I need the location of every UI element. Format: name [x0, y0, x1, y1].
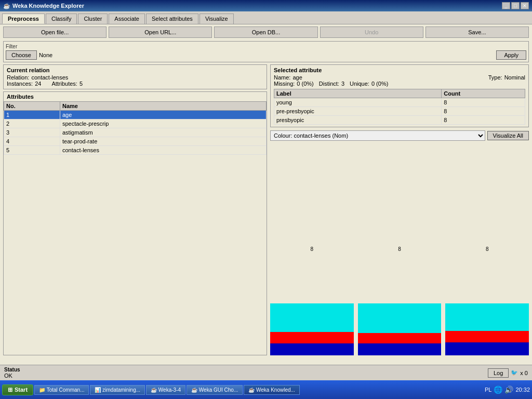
status-right: Log 🐦 x 0: [488, 368, 528, 378]
relation-row: Relation: contact-lenses: [7, 74, 263, 81]
data-col-count: Count: [442, 89, 525, 98]
data-label: young: [274, 98, 442, 107]
data-count: 8: [442, 98, 525, 107]
relation-label: Relation:: [7, 74, 29, 81]
attr-distinct-value: 3: [341, 81, 344, 87]
taskbar-icon-4: ☕: [248, 387, 255, 393]
attr-distinct-label: Distinct:: [319, 81, 339, 87]
open-url-button[interactable]: Open URL...: [109, 26, 212, 38]
data-label: pre-presbyopic: [274, 107, 442, 116]
colour-select[interactable]: Colour: contact-lenses (Nom): [270, 130, 485, 141]
bar-segment: [270, 332, 354, 343]
tab-select-attributes[interactable]: Select attributes: [146, 14, 198, 24]
table-row[interactable]: 5contact-lenses: [4, 146, 267, 155]
chart-count-label: 8: [311, 246, 314, 252]
instances-item: Instances: 24: [7, 81, 41, 87]
minimize-button[interactable]: _: [502, 2, 510, 9]
filter-label: Filter: [6, 44, 526, 49]
attr-missing-item: Missing: 0 (0%): [274, 81, 314, 87]
chart-container: 8: [358, 246, 442, 355]
volume-icon: 🔊: [504, 385, 513, 394]
tab-associate[interactable]: Associate: [109, 14, 145, 24]
taskbar-item-0[interactable]: 📁 Total Comman...: [34, 385, 89, 395]
tab-preprocess[interactable]: Preprocess: [2, 14, 45, 24]
table-row[interactable]: 1age: [4, 111, 267, 119]
chart-container: 8: [270, 246, 354, 355]
taskbar-item-1[interactable]: 📊 zimdatamining...: [90, 385, 145, 395]
attr-unique-label: Unique:: [350, 81, 369, 87]
bar-segment: [270, 343, 354, 355]
bar-segment: [358, 343, 442, 355]
attributes-label: Attributes:: [51, 81, 77, 87]
chart-count-label: 8: [486, 246, 489, 252]
taskbar-item-4[interactable]: ☕ Weka Knowled...: [244, 385, 300, 395]
filter-row: Choose None Apply: [6, 50, 526, 60]
attr-info-row-2: Missing: 0 (0%) Distinct: 3 Unique: 0 (0…: [274, 81, 525, 87]
attr-distinct-item: Distinct: 3: [319, 81, 344, 87]
filter-bar: Filter Choose None Apply: [3, 41, 529, 62]
x0-label: x 0: [520, 370, 528, 376]
data-col-label: Label: [274, 89, 442, 98]
chart-bar-wrap: [358, 253, 442, 355]
tab-classify[interactable]: Classify: [46, 14, 77, 24]
tab-visualize[interactable]: Visualize: [200, 14, 234, 24]
bar-segment: [358, 333, 442, 343]
left-panel: Current relation Relation: contact-lense…: [3, 64, 267, 355]
toolbar: Open file... Open URL... Open DB... Undo…: [0, 24, 532, 40]
open-db-button[interactable]: Open DB...: [214, 26, 317, 38]
taskbar-icon-0: 📁: [39, 387, 45, 393]
filter-value: None: [39, 52, 52, 58]
weka-icon: 🐦: [511, 369, 518, 376]
save-button[interactable]: Save...: [425, 26, 529, 38]
attr-no: 5: [4, 146, 60, 155]
attr-data-table: Label Count young8pre-presbyopic8presbyo…: [274, 89, 525, 125]
table-row[interactable]: 4tear-prod-rate: [4, 137, 267, 146]
relation-value: contact-lenses: [31, 74, 68, 81]
attr-unique-item: Unique: 0 (0%): [350, 81, 388, 87]
table-row[interactable]: 2spectacle-prescrip: [4, 119, 267, 128]
col-name: Name: [60, 102, 267, 111]
open-file-button[interactable]: Open file...: [3, 26, 107, 38]
attributes-item: Attributes: 5: [51, 81, 83, 87]
visualize-bar: Colour: contact-lenses (Nom) Visualize A…: [270, 129, 529, 142]
apply-button[interactable]: Apply: [496, 50, 526, 60]
title-bar-controls: _ □ ✕: [502, 2, 529, 9]
start-label: Start: [15, 387, 28, 393]
chart-bar-wrap: [445, 253, 529, 355]
attr-missing-label: Missing:: [274, 81, 295, 87]
attr-name: age: [60, 111, 267, 119]
bar-segment: [445, 331, 529, 342]
close-button[interactable]: ✕: [521, 2, 529, 9]
taskbar-icon-3: ☕: [191, 387, 197, 393]
taskbar-item-3[interactable]: ☕ Weka GUI Cho...: [187, 385, 243, 395]
table-row[interactable]: 3astigmatism: [4, 128, 267, 137]
log-button[interactable]: Log: [488, 368, 509, 378]
table-row: presbyopic8: [274, 116, 525, 125]
attr-type-label: Type:: [488, 74, 502, 81]
undo-button[interactable]: Undo: [320, 26, 423, 38]
status-bar: Status OK Log 🐦 x 0: [0, 365, 532, 380]
charts-area: 888: [270, 144, 529, 355]
current-relation: Current relation Relation: contact-lense…: [3, 64, 267, 89]
choose-button[interactable]: Choose: [6, 50, 37, 60]
attr-type-value: Nominal: [504, 74, 525, 81]
start-button[interactable]: ⊞ Start: [2, 384, 33, 395]
taskbar-item-2[interactable]: ☕ Weka-3-4: [146, 385, 185, 395]
clock: 20:32: [515, 387, 530, 393]
taskbar-icon-2: ☕: [151, 387, 157, 393]
attr-missing-value: 0 (0%): [297, 81, 313, 87]
bar-segment: [270, 303, 354, 332]
visualize-all-button[interactable]: Visualize All: [487, 131, 529, 140]
tab-bar: Preprocess Classify Cluster Associate Se…: [0, 11, 532, 24]
right-panel: Selected attribute Name: age Type: Nomin…: [270, 64, 529, 355]
attr-info-row-1: Name: age Type: Nominal: [274, 74, 525, 81]
taskbar: ⊞ Start 📁 Total Comman... 📊 zimdataminin…: [0, 380, 532, 399]
instances-label: Instances:: [7, 81, 33, 87]
tab-cluster[interactable]: Cluster: [78, 14, 108, 24]
bar-segment: [358, 303, 442, 333]
chart-count-label: 8: [398, 246, 401, 252]
maximize-button[interactable]: □: [511, 2, 520, 9]
relation-details-row: Instances: 24 Attributes: 5: [7, 81, 263, 87]
attr-data-tbody: young8pre-presbyopic8presbyopic8: [274, 98, 525, 125]
data-count: 8: [442, 116, 525, 125]
